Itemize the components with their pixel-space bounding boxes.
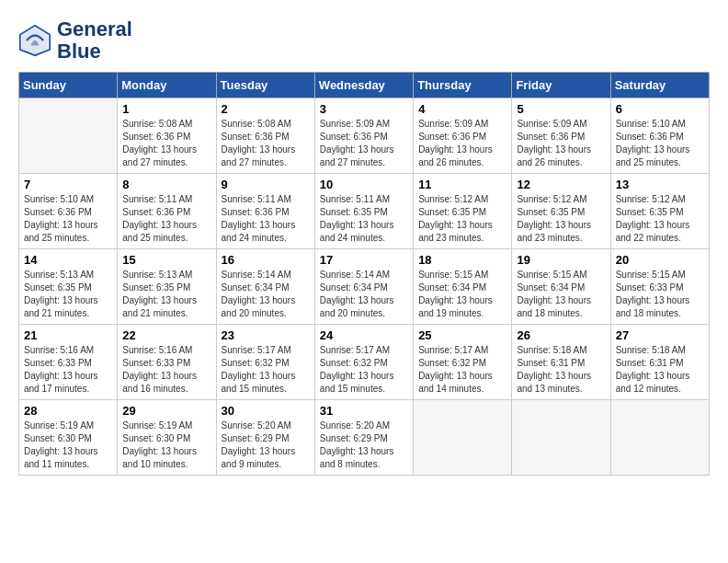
cell-info: Sunrise: 5:15 AM Sunset: 6:33 PM Dayligh… (616, 269, 705, 320)
sunrise-text: Sunrise: 5:20 AM (320, 419, 409, 432)
day-number: 26 (517, 328, 606, 342)
sunrise-text: Sunrise: 5:13 AM (122, 269, 211, 282)
calendar-cell: 27 Sunrise: 5:18 AM Sunset: 6:31 PM Dayl… (610, 325, 709, 400)
sunrise-text: Sunrise: 5:12 AM (517, 193, 606, 206)
daylight-text: Daylight: 13 hours and 26 minutes. (418, 144, 507, 169)
daylight-text: Daylight: 13 hours and 8 minutes. (320, 445, 409, 471)
day-number: 23 (222, 328, 311, 342)
day-number: 22 (122, 328, 211, 342)
calendar-cell: 17 Sunrise: 5:14 AM Sunset: 6:34 PM Dayl… (314, 249, 413, 325)
cell-info: Sunrise: 5:15 AM Sunset: 6:34 PM Dayligh… (517, 269, 606, 320)
daylight-text: Daylight: 13 hours and 23 minutes. (418, 219, 507, 245)
daylight-text: Daylight: 13 hours and 15 minutes. (320, 370, 409, 396)
sunrise-text: Sunrise: 5:13 AM (24, 269, 113, 282)
week-row-1: 7 Sunrise: 5:10 AM Sunset: 6:36 PM Dayli… (19, 174, 710, 249)
daylight-text: Daylight: 13 hours and 19 minutes. (418, 294, 507, 320)
sunrise-text: Sunrise: 5:17 AM (320, 344, 409, 357)
day-number: 31 (320, 404, 409, 418)
sunrise-text: Sunrise: 5:09 AM (418, 118, 507, 131)
calendar-cell: 9 Sunrise: 5:11 AM Sunset: 6:36 PM Dayli… (216, 174, 314, 249)
daylight-text: Daylight: 13 hours and 13 minutes. (517, 370, 606, 396)
logo-icon (18, 24, 51, 57)
day-header-sunday: Sunday (19, 73, 118, 98)
sunrise-text: Sunrise: 5:20 AM (222, 419, 311, 432)
calendar-cell: 28 Sunrise: 5:19 AM Sunset: 6:30 PM Dayl… (19, 400, 118, 476)
calendar-cell: 3 Sunrise: 5:09 AM Sunset: 6:36 PM Dayli… (314, 98, 413, 174)
calendar-cell: 18 Sunrise: 5:15 AM Sunset: 6:34 PM Dayl… (414, 249, 512, 325)
sunset-text: Sunset: 6:33 PM (24, 357, 113, 370)
sunset-text: Sunset: 6:30 PM (122, 432, 211, 445)
sunrise-text: Sunrise: 5:14 AM (222, 269, 311, 282)
sunrise-text: Sunrise: 5:14 AM (320, 269, 409, 282)
day-number: 30 (222, 404, 311, 418)
cell-info: Sunrise: 5:12 AM Sunset: 6:35 PM Dayligh… (517, 193, 606, 245)
cell-info: Sunrise: 5:09 AM Sunset: 6:36 PM Dayligh… (320, 118, 409, 169)
cell-info: Sunrise: 5:18 AM Sunset: 6:31 PM Dayligh… (616, 344, 705, 396)
calendar-cell: 4 Sunrise: 5:09 AM Sunset: 6:36 PM Dayli… (414, 98, 512, 174)
sunset-text: Sunset: 6:35 PM (517, 206, 606, 219)
calendar-cell: 29 Sunrise: 5:19 AM Sunset: 6:30 PM Dayl… (118, 400, 216, 476)
cell-info: Sunrise: 5:19 AM Sunset: 6:30 PM Dayligh… (122, 419, 211, 471)
sunrise-text: Sunrise: 5:15 AM (517, 269, 606, 282)
sunrise-text: Sunrise: 5:17 AM (222, 344, 311, 357)
day-number: 17 (320, 253, 409, 267)
daylight-text: Daylight: 13 hours and 21 minutes. (24, 294, 113, 320)
calendar-cell: 23 Sunrise: 5:17 AM Sunset: 6:32 PM Dayl… (216, 325, 314, 400)
cell-info: Sunrise: 5:11 AM Sunset: 6:36 PM Dayligh… (122, 193, 211, 245)
day-number: 5 (517, 102, 606, 116)
sunrise-text: Sunrise: 5:11 AM (122, 193, 211, 206)
day-number: 25 (418, 328, 507, 342)
daylight-text: Daylight: 13 hours and 24 minutes. (222, 219, 311, 245)
sunset-text: Sunset: 6:36 PM (222, 206, 311, 219)
day-number: 3 (320, 102, 409, 116)
calendar-cell: 14 Sunrise: 5:13 AM Sunset: 6:35 PM Dayl… (19, 249, 118, 325)
daylight-text: Daylight: 13 hours and 20 minutes. (320, 294, 409, 320)
sunset-text: Sunset: 6:30 PM (24, 432, 113, 445)
logo-text: General Blue (57, 18, 132, 63)
sunrise-text: Sunrise: 5:17 AM (418, 344, 507, 357)
cell-info: Sunrise: 5:17 AM Sunset: 6:32 PM Dayligh… (418, 344, 507, 396)
sunset-text: Sunset: 6:36 PM (24, 206, 113, 219)
daylight-text: Daylight: 13 hours and 18 minutes. (616, 294, 705, 320)
sunset-text: Sunset: 6:29 PM (320, 432, 409, 445)
sunset-text: Sunset: 6:36 PM (222, 131, 311, 144)
day-number: 24 (320, 328, 409, 342)
sunrise-text: Sunrise: 5:16 AM (122, 344, 211, 357)
sunset-text: Sunset: 6:29 PM (222, 432, 311, 445)
day-number: 2 (222, 102, 311, 116)
cell-info: Sunrise: 5:12 AM Sunset: 6:35 PM Dayligh… (418, 193, 507, 245)
day-header-monday: Monday (118, 73, 216, 98)
cell-info: Sunrise: 5:19 AM Sunset: 6:30 PM Dayligh… (24, 419, 113, 471)
daylight-text: Daylight: 13 hours and 23 minutes. (517, 219, 606, 245)
sunrise-text: Sunrise: 5:11 AM (320, 193, 409, 206)
week-row-3: 21 Sunrise: 5:16 AM Sunset: 6:33 PM Dayl… (19, 325, 710, 400)
day-number: 11 (418, 178, 507, 191)
cell-info: Sunrise: 5:08 AM Sunset: 6:36 PM Dayligh… (222, 118, 311, 169)
sunset-text: Sunset: 6:34 PM (517, 282, 606, 294)
sunset-text: Sunset: 6:32 PM (222, 357, 311, 370)
sunrise-text: Sunrise: 5:08 AM (122, 118, 211, 131)
sunset-text: Sunset: 6:31 PM (517, 357, 606, 370)
cell-info: Sunrise: 5:20 AM Sunset: 6:29 PM Dayligh… (320, 419, 409, 471)
day-number: 27 (616, 328, 705, 342)
sunrise-text: Sunrise: 5:15 AM (616, 269, 705, 282)
cell-info: Sunrise: 5:16 AM Sunset: 6:33 PM Dayligh… (24, 344, 113, 396)
cell-info: Sunrise: 5:17 AM Sunset: 6:32 PM Dayligh… (320, 344, 409, 396)
calendar-cell: 21 Sunrise: 5:16 AM Sunset: 6:33 PM Dayl… (19, 325, 118, 400)
cell-info: Sunrise: 5:10 AM Sunset: 6:36 PM Dayligh… (616, 118, 705, 169)
sunrise-text: Sunrise: 5:16 AM (24, 344, 113, 357)
sunrise-text: Sunrise: 5:18 AM (517, 344, 606, 357)
daylight-text: Daylight: 13 hours and 12 minutes. (616, 370, 705, 396)
daylight-text: Daylight: 13 hours and 27 minutes. (320, 144, 409, 169)
sunrise-text: Sunrise: 5:10 AM (616, 118, 705, 131)
calendar-cell: 5 Sunrise: 5:09 AM Sunset: 6:36 PM Dayli… (512, 98, 610, 174)
daylight-text: Daylight: 13 hours and 16 minutes. (122, 370, 211, 396)
daylight-text: Daylight: 13 hours and 25 minutes. (122, 219, 211, 245)
calendar-cell: 1 Sunrise: 5:08 AM Sunset: 6:36 PM Dayli… (118, 98, 216, 174)
daylight-text: Daylight: 13 hours and 20 minutes. (222, 294, 311, 320)
calendar-cell: 13 Sunrise: 5:12 AM Sunset: 6:35 PM Dayl… (610, 174, 709, 249)
cell-info: Sunrise: 5:09 AM Sunset: 6:36 PM Dayligh… (517, 118, 606, 169)
sunrise-text: Sunrise: 5:12 AM (616, 193, 705, 206)
calendar-cell: 16 Sunrise: 5:14 AM Sunset: 6:34 PM Dayl… (216, 249, 314, 325)
sunset-text: Sunset: 6:34 PM (418, 282, 507, 294)
